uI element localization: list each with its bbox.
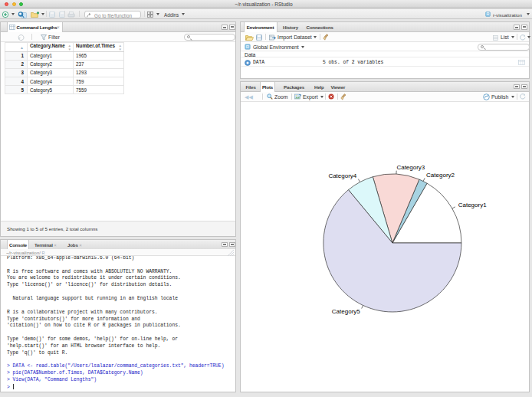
- svg-text:R: R: [486, 11, 489, 16]
- svg-text:Category2: Category2: [426, 172, 455, 179]
- svg-text:Category4: Category4: [328, 172, 356, 179]
- svg-text:Category5: Category5: [332, 308, 360, 315]
- svg-text:Category1: Category1: [458, 202, 487, 208]
- svg-text:R: R: [246, 44, 250, 49]
- svg-text:Category3: Category3: [396, 164, 425, 171]
